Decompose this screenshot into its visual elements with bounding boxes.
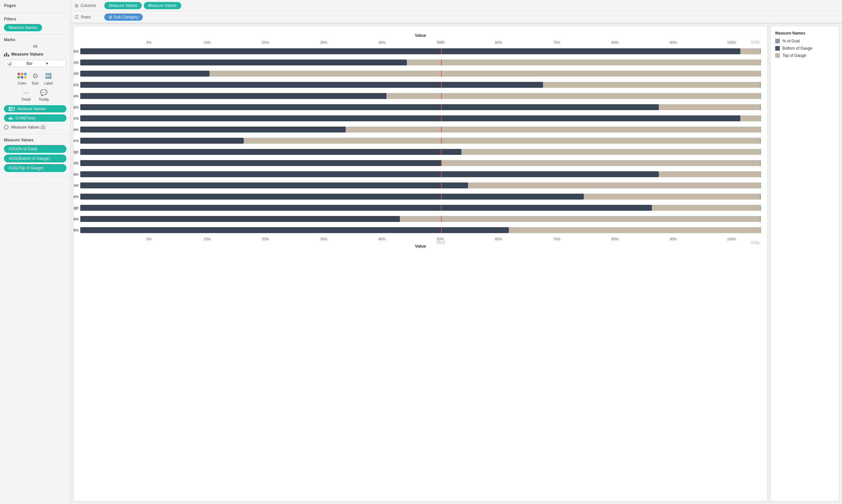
bar-dark-segment xyxy=(80,71,210,77)
axis-label: 30% xyxy=(295,237,353,241)
row-category-label: Art xyxy=(73,71,78,76)
bar-track xyxy=(80,115,761,121)
mark-type-select[interactable]: 📊 Bar ▾ xyxy=(4,60,67,67)
row-category-label: Chairs xyxy=(73,105,78,109)
size-control[interactable]: ⊙ Size xyxy=(31,71,40,85)
axis-label: 10% xyxy=(178,40,236,44)
measure-values-section-title: Measure Values xyxy=(4,138,67,142)
row-category-label: Appliances xyxy=(73,60,78,65)
bar-tan-segment xyxy=(652,205,761,211)
label-icon: 🔤 xyxy=(44,71,53,80)
ref-line-pace xyxy=(441,104,442,110)
table-row: Fasteners xyxy=(80,136,761,146)
axis-label: 70% xyxy=(527,40,586,44)
bar-track xyxy=(80,59,761,66)
tooltip-control[interactable]: 💬 Tooltip xyxy=(38,89,49,101)
table-icon: ⊞ xyxy=(109,15,112,19)
bar-track xyxy=(80,149,761,155)
axis-label: 40% xyxy=(353,40,411,44)
ref-line-goal xyxy=(760,182,761,188)
legend-swatch xyxy=(775,46,780,51)
row-category-label: Machines xyxy=(73,172,78,177)
ref-line-pace xyxy=(441,71,442,77)
chevron-down-icon: ▾ xyxy=(46,61,64,66)
ref-line-goal xyxy=(760,160,761,166)
row-category-label: Tables xyxy=(73,228,78,232)
row-category-label: Phones xyxy=(73,194,78,199)
bar-tan-segment xyxy=(462,149,761,155)
row-category-label: Supplies xyxy=(73,217,78,221)
axis-label: 10% xyxy=(178,237,236,241)
table-row: Bookcases xyxy=(80,91,761,101)
rows-label: ☰ Rows xyxy=(75,15,101,20)
detail-control[interactable]: ⋯ Detail xyxy=(21,89,31,101)
bar-label: Bar xyxy=(26,61,44,66)
table-row: Labels xyxy=(80,158,761,168)
bar-track xyxy=(80,71,761,77)
axis-label: 0% xyxy=(120,40,178,44)
legend-item-label: Bottom of Gauge xyxy=(783,46,812,51)
bar-dark-segment xyxy=(80,127,346,132)
bar-dark-segment xyxy=(80,171,659,177)
bar-track xyxy=(80,216,761,222)
legend-item: Bottom of Gauge xyxy=(775,46,835,51)
bar-tan-segment xyxy=(468,182,761,188)
axis-label: 100% xyxy=(702,237,761,241)
filters-measure-names-pill[interactable]: Measure Names xyxy=(4,24,42,31)
sum-pace-icon xyxy=(8,117,13,120)
ref-line-pace xyxy=(441,127,442,132)
bar-dark-segment xyxy=(80,194,584,200)
row-category-label: Binders xyxy=(73,83,78,87)
ref-line-pace xyxy=(441,160,442,166)
table-row: Appliances xyxy=(80,57,761,67)
marks-measure-names-label: Measure Names xyxy=(17,107,46,111)
pace-label-bottom: PACE xyxy=(436,241,445,245)
ref-line-pace xyxy=(441,82,442,88)
bar-icon-small: 📊 xyxy=(7,61,24,66)
table-row: Storage xyxy=(80,203,761,213)
rows-pill-subcategory[interactable]: ⊞ Sub-Category xyxy=(104,14,143,21)
row-category-label: Envelopes xyxy=(73,127,78,132)
bar-track xyxy=(80,205,761,211)
columns-text: Columns xyxy=(80,3,96,8)
shelf-area: ⊞ Columns Measure Values Measure Values … xyxy=(71,0,842,23)
pages-title: Pages xyxy=(4,3,67,8)
rows-shelf: ☰ Rows ⊞ Sub-Category xyxy=(71,12,842,23)
chart-container: Value 0%10%20%30%40%50%60%70%80%90%100% … xyxy=(73,26,768,501)
sum-pace-pill[interactable]: SUM(Pace) xyxy=(4,114,67,122)
legend-item-label: Top of Gauge xyxy=(783,53,806,58)
table-row: Phones xyxy=(80,192,761,201)
marks-all-label: All xyxy=(4,44,67,49)
sum-pace-label: SUM(Pace) xyxy=(15,116,36,120)
bar-tan-segment xyxy=(740,48,761,54)
color-control[interactable]: Color xyxy=(17,71,26,85)
table-row: TablesPACEGOAL xyxy=(80,225,761,235)
marks-measure-names-pill[interactable]: Measure Names xyxy=(4,105,67,112)
columns-pill-1[interactable]: Measure Values xyxy=(104,2,142,9)
measure-values-text: Measure Values xyxy=(11,52,43,57)
bar-tan-segment xyxy=(387,93,761,99)
axis-label: 80% xyxy=(586,40,644,44)
axis-label: 20% xyxy=(236,237,294,241)
axis-label: 90% xyxy=(644,40,702,44)
label-control[interactable]: 🔤 Label xyxy=(44,71,53,85)
row-category-label: Bookcases xyxy=(73,94,78,98)
tooltip-label: Tooltip xyxy=(38,97,49,101)
table-row: AccessoriesPACEGOAL xyxy=(80,46,761,56)
bar-track xyxy=(80,227,761,233)
bar-track xyxy=(80,93,761,99)
table-row: Machines xyxy=(80,169,761,179)
columns-shelf: ⊞ Columns Measure Values Measure Values xyxy=(71,0,842,12)
table-row: Supplies xyxy=(80,214,761,224)
goal-label: GOAL xyxy=(751,40,760,44)
agg-top-gauge-pill[interactable]: AGG(Top of Gauge) xyxy=(4,164,67,172)
axis-label: 30% xyxy=(295,40,353,44)
agg-bottom-gauge-pill[interactable]: AGG(Bottom of Gauge) xyxy=(4,155,67,162)
agg-pct-goal-pill[interactable]: AGG(% of Goal) xyxy=(4,145,67,153)
chart-rows-wrapper: AccessoriesPACEGOALAppliancesArtBindersB… xyxy=(80,46,761,235)
ref-line-pace xyxy=(441,48,442,54)
sum-pace-pill-row: SUM(Pace) xyxy=(4,114,67,122)
legend-item-label: % of Goal xyxy=(783,39,800,43)
columns-pill-2[interactable]: Measure Values xyxy=(144,2,181,9)
ref-line-pace xyxy=(441,59,442,66)
